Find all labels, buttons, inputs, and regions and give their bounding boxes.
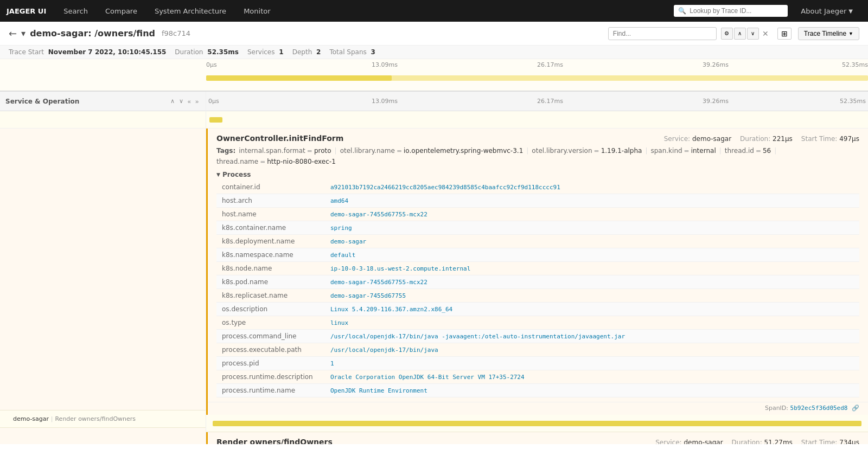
process-table-row: process.runtime.descriptionOracle Corpor… bbox=[216, 370, 859, 384]
process-value: 1 bbox=[325, 357, 859, 370]
process-key: k8s.namespace.name bbox=[216, 248, 325, 262]
collapse-all-button[interactable]: « bbox=[186, 97, 193, 106]
process-value: a921013b7192ca2466219cc8205aec984239d858… bbox=[325, 181, 859, 194]
process-key: process.runtime.name bbox=[216, 384, 325, 397]
tag-span-format: internal.span.format=proto bbox=[239, 147, 331, 155]
trace-id-input[interactable] bbox=[690, 7, 776, 15]
timeline-view-button[interactable]: Trace Timeline ▼ bbox=[798, 27, 859, 40]
trace-duration: Duration 52.35ms bbox=[175, 48, 239, 56]
process-value: linux bbox=[325, 316, 859, 330]
process-key: container.id bbox=[216, 181, 325, 194]
process-toggle[interactable]: ▼ Process bbox=[208, 169, 868, 181]
navbar: JAEGER UI Search Compare System Architec… bbox=[0, 0, 868, 22]
left-panel: Service & Operation ∧ ∨ « » demo-sagar |… bbox=[0, 92, 206, 444]
operation-tag-2: Render owners/findOwners bbox=[55, 415, 136, 422]
process-table: container.ida921013b7192ca2466219cc8205a… bbox=[216, 181, 859, 397]
timeline-label: Trace Timeline bbox=[804, 30, 846, 37]
service-op-label: Service & Operation bbox=[5, 98, 169, 105]
process-table-row: k8s.node.nameip-10-0-3-18.us-west-2.comp… bbox=[216, 262, 859, 275]
chevron-down-icon[interactable]: ▾ bbox=[21, 28, 25, 39]
find-close-button[interactable]: ✕ bbox=[760, 28, 771, 40]
find-next-button[interactable]: ∨ bbox=[747, 28, 759, 40]
process-key: k8s.node.name bbox=[216, 262, 325, 275]
nav-item-monitor[interactable]: Monitor bbox=[235, 0, 279, 22]
collapse-controls: ∧ ∨ « » bbox=[169, 97, 200, 106]
find-input[interactable] bbox=[608, 27, 717, 40]
chevron-down-icon: ▼ bbox=[848, 8, 853, 14]
find-prev-button[interactable]: ∧ bbox=[734, 28, 746, 40]
t-label-3: 39.26ms bbox=[703, 98, 729, 105]
chevron-down-icon: ▼ bbox=[848, 31, 853, 36]
process-value: ip-10-0-3-18.us-west-2.compute.internal bbox=[325, 262, 859, 275]
trace-depth: Depth 2 bbox=[292, 48, 321, 56]
process-table-row: process.runtime.nameOpenJDK Runtime Envi… bbox=[216, 384, 859, 397]
span-bar-2 bbox=[213, 421, 861, 426]
service-op-header: Service & Operation ∧ ∨ « » bbox=[0, 92, 206, 111]
nav-about[interactable]: About Jaeger ▼ bbox=[792, 7, 861, 15]
tag-otel-lib-name: otel.library.name=io.opentelemetry.sprin… bbox=[340, 147, 524, 155]
trace-header: ← ▾ demo-sagar: /owners/find f98c714 ⚙ ∧… bbox=[0, 22, 868, 46]
tag-thread-name: thread.name=http-nio-8080-exec-1 bbox=[216, 158, 336, 165]
tags-label: Tags: bbox=[216, 147, 235, 155]
t-label-0: 0μs bbox=[206, 98, 219, 105]
span2-detail-header: Render owners/findOwners Service: demo-s… bbox=[208, 432, 868, 444]
grid-button[interactable]: ⊞ bbox=[777, 28, 792, 40]
span-row-2[interactable]: demo-sagar | Render owners/findOwners bbox=[0, 410, 206, 428]
trace-id-badge: f98c714 bbox=[162, 29, 190, 37]
process-value: demo-sagar-7455d67755 bbox=[325, 289, 859, 303]
process-table-row: os.descriptionLinux 5.4.209-116.367.amzn… bbox=[216, 303, 859, 316]
span-detail-space bbox=[0, 129, 206, 410]
span1-detail-header: OwnerController.initFindForm Service: de… bbox=[208, 129, 868, 145]
process-table-row: container.ida921013b7192ca2466219cc8205a… bbox=[216, 181, 859, 194]
ruler-label-4: 52.35ms bbox=[842, 61, 868, 68]
process-table-row: k8s.deployment.namedemo-sagar bbox=[216, 235, 859, 248]
process-table-row: k8s.namespace.namedefault bbox=[216, 248, 859, 262]
timeline-overview: 0μs 13.09ms 26.17ms 39.26ms 52.35ms bbox=[0, 59, 868, 92]
collapse-up-button[interactable]: ∧ bbox=[169, 97, 176, 106]
process-table-row: k8s.replicaset.namedemo-sagar-7455d67755 bbox=[216, 289, 859, 303]
span-bar-1 bbox=[209, 117, 222, 123]
process-table-row: k8s.pod.namedemo-sagar-7455d67755-mcx22 bbox=[216, 275, 859, 289]
process-key: process.command_line bbox=[216, 330, 325, 343]
span-id-link[interactable]: 5b92ec5f36d05ed8 bbox=[790, 405, 848, 412]
trace-total-spans: Total Spans 3 bbox=[329, 48, 375, 56]
back-button[interactable]: ← bbox=[9, 28, 17, 39]
nav-item-system-architecture[interactable]: System Architecture bbox=[146, 0, 235, 22]
ruler-label-0: 0μs bbox=[206, 61, 217, 68]
process-key: os.type bbox=[216, 316, 325, 330]
collapse-down-button[interactable]: ∨ bbox=[177, 97, 185, 106]
span-row-1[interactable] bbox=[0, 111, 206, 129]
process-key: process.pid bbox=[216, 357, 325, 370]
process-table-row: host.archamd64 bbox=[216, 194, 859, 208]
process-table-row: process.executable.path/usr/local/openjd… bbox=[216, 343, 859, 357]
span-id-row: SpanID: 5b92ec5f36d05ed8 🔗 bbox=[208, 402, 868, 415]
main-content: Service & Operation ∧ ∨ « » demo-sagar |… bbox=[0, 92, 868, 444]
ruler-label-3: 39.26ms bbox=[703, 61, 729, 68]
overview-bar-2 bbox=[206, 75, 868, 81]
process-value: amd64 bbox=[325, 194, 859, 208]
trace-services: Services 1 bbox=[247, 48, 284, 56]
process-table-row: host.namedemo-sagar-7455d67755-mcx22 bbox=[216, 208, 859, 221]
timeline-header-row: 0μs 13.09ms 26.17ms 39.26ms 52.35ms bbox=[206, 92, 868, 111]
process-key: process.runtime.description bbox=[216, 370, 325, 384]
process-table-container: container.ida921013b7192ca2466219cc8205a… bbox=[208, 181, 868, 402]
find-settings-button[interactable]: ⚙ bbox=[721, 28, 733, 40]
process-key: process.executable.path bbox=[216, 343, 325, 357]
t-label-4: 52.35ms bbox=[840, 98, 866, 105]
find-controls: ⚙ ∧ ∨ ✕ bbox=[721, 28, 771, 40]
ruler-label-2: 26.17ms bbox=[537, 61, 563, 68]
service-tag-2: demo-sagar bbox=[13, 415, 49, 422]
expand-all-button[interactable]: » bbox=[194, 97, 200, 106]
nav-brand: JAEGER UI bbox=[7, 7, 55, 15]
process-value: demo-sagar-7455d67755-mcx22 bbox=[325, 208, 859, 221]
nav-item-search[interactable]: Search bbox=[55, 0, 97, 22]
process-value: Linux 5.4.209-116.367.amzn2.x86_64 bbox=[325, 303, 859, 316]
process-value: OpenJDK Runtime Environment bbox=[325, 384, 859, 397]
trace-meta: Trace Start November 7 2022, 10:10:45.15… bbox=[0, 46, 868, 59]
link-icon[interactable]: 🔗 bbox=[852, 405, 859, 412]
span2-duration-meta: Duration: 51.27ms bbox=[732, 439, 793, 444]
span1-duration-meta: Duration: 221μs bbox=[740, 135, 793, 143]
trace-id-search[interactable]: 🔍 bbox=[674, 5, 788, 17]
nav-item-compare[interactable]: Compare bbox=[97, 0, 146, 22]
process-value: /usr/local/openjdk-17/bin/java -javaagen… bbox=[325, 330, 859, 343]
